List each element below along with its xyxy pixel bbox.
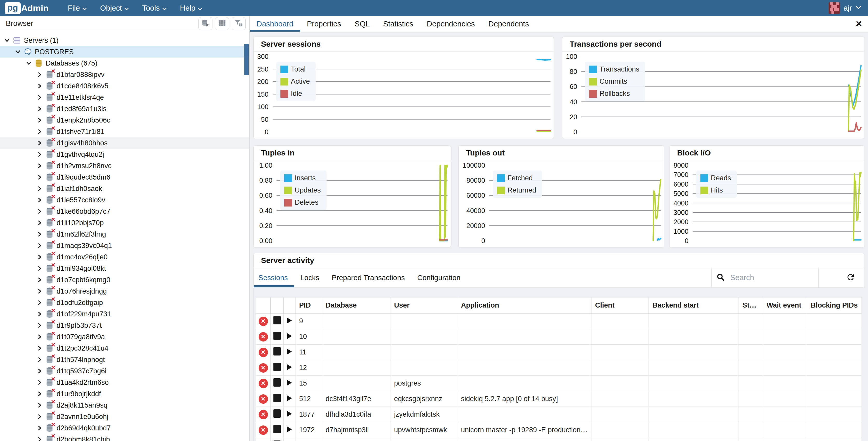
chevron-right-icon[interactable] [35, 391, 44, 397]
tree-item-d1ur9bojrjkddf[interactable]: ✕d1ur9bojrjkddf [0, 388, 249, 400]
chevron-right-icon[interactable] [35, 402, 44, 408]
tree-item-d1iaf1dh0saok[interactable]: ✕d1iaf1dh0saok [0, 183, 249, 194]
chevron-right-icon[interactable] [35, 185, 44, 192]
chevron-right-icon[interactable] [35, 425, 44, 431]
close-icon[interactable]: ✕ [855, 16, 862, 32]
tree-item-d1o76hresjdngg[interactable]: ✕d1o76hresjdngg [0, 285, 249, 297]
column-header-wait-event[interactable]: Wait event [763, 298, 807, 313]
chevron-right-icon[interactable] [35, 163, 44, 169]
tree-item-d2bobm8k81chib[interactable]: ✕d2bobm8k81chib [0, 434, 249, 441]
tree-item-postgres[interactable]: POSTGRES [0, 46, 249, 58]
cancel-query-icon[interactable] [273, 409, 281, 418]
cancel-query-icon[interactable] [273, 425, 281, 433]
tab-properties[interactable]: Properties [300, 16, 348, 32]
tree-item-d1t2pc328c41u4[interactable]: ✕d1t2pc328c41u4 [0, 343, 249, 354]
table-row[interactable]: ✕12 [256, 360, 862, 376]
tree-item-d1of229m4pu731[interactable]: ✕d1of229m4pu731 [0, 308, 249, 320]
tree-item-d1ed8f69a1u3ls[interactable]: ✕d1ed8f69a1u3ls [0, 103, 249, 114]
search-input[interactable] [730, 273, 803, 282]
chevron-right-icon[interactable] [35, 140, 44, 146]
tree-item-d1h2vmsu2h8nvc[interactable]: ✕d1h2vmsu2h8nvc [0, 160, 249, 172]
activity-tab-sessions[interactable]: Sessions [254, 268, 294, 287]
cancel-query-icon[interactable] [273, 363, 281, 371]
expand-row-icon[interactable] [287, 427, 292, 432]
chevron-right-icon[interactable] [35, 368, 44, 374]
query-tool-button[interactable] [198, 17, 213, 30]
avatar[interactable] [829, 2, 840, 14]
chevron-right-icon[interactable] [35, 129, 44, 135]
column-header-state[interactable]: State [739, 298, 763, 313]
column-header-client[interactable]: Client [591, 298, 649, 313]
tree-item-d1ua4kd2rtm6so[interactable]: ✕d1ua4kd2rtm6so [0, 377, 249, 388]
chevron-down-icon[interactable] [13, 49, 22, 55]
tree-item-d2b69d4qk0ubd7[interactable]: ✕d2b69d4qk0ubd7 [0, 422, 249, 434]
tree-item-d1tq5937c7bg6i[interactable]: ✕d1tq5937c7bg6i [0, 365, 249, 377]
terminate-session-icon[interactable]: ✕ [259, 379, 268, 388]
cancel-query-icon[interactable] [273, 378, 281, 386]
tree-item-d1r9pf53b737t[interactable]: ✕d1r9pf53b737t [0, 320, 249, 331]
tree-item-d1o7cpbt6kqmg0[interactable]: ✕d1o7cpbt6kqmg0 [0, 274, 249, 285]
chevron-right-icon[interactable] [35, 413, 44, 420]
cancel-query-icon[interactable] [273, 394, 281, 402]
tree-item-d1ml934goi08kt[interactable]: ✕d1ml934goi08kt [0, 263, 249, 274]
table-row[interactable]: ✕15postgres [256, 376, 862, 391]
column-header-database[interactable]: Database [322, 298, 391, 313]
terminate-session-icon[interactable]: ✕ [259, 410, 268, 419]
terminate-session-icon[interactable]: ✕ [259, 426, 268, 435]
chevron-right-icon[interactable] [35, 379, 44, 385]
chevron-right-icon[interactable] [35, 71, 44, 78]
tree-item-d1t079ga8tfv9a[interactable]: ✕d1t079ga8tfv9a [0, 331, 249, 343]
column-header-backend-start[interactable]: Backend start [649, 298, 739, 313]
chevron-right-icon[interactable] [35, 254, 44, 260]
tree-item-d1fshve71r1i81[interactable]: ✕d1fshve71r1i81 [0, 126, 249, 137]
table-row[interactable]: ✕9 [256, 313, 862, 329]
menu-object[interactable]: Object [93, 0, 135, 16]
menu-help[interactable]: Help [173, 0, 209, 16]
expand-row-icon[interactable] [287, 364, 292, 370]
cancel-query-icon[interactable] [273, 347, 281, 355]
refresh-button[interactable] [818, 268, 864, 287]
column-header-user[interactable]: User [391, 298, 457, 313]
chevron-right-icon[interactable] [35, 265, 44, 272]
tree-item-d1e11etklsr4qe[interactable]: ✕d1e11etklsr4qe [0, 92, 249, 103]
chevron-right-icon[interactable] [35, 311, 44, 317]
table-row[interactable]: ✕ [256, 438, 862, 441]
expand-row-icon[interactable] [287, 318, 292, 324]
tree-item-d1bfar0888ipvv[interactable]: ✕d1bfar0888ipvv [0, 69, 249, 80]
chevron-right-icon[interactable] [35, 151, 44, 158]
tree-item-d2aj8k115an9sq[interactable]: ✕d2aj8k115an9sq [0, 400, 249, 411]
chevron-right-icon[interactable] [35, 106, 44, 112]
cancel-query-icon[interactable] [273, 332, 281, 340]
chevron-right-icon[interactable] [35, 277, 44, 283]
table-row[interactable]: ✕1877dfhdla3d1c0ifajzyekdmfalctsk [256, 407, 862, 422]
chevron-right-icon[interactable] [35, 334, 44, 340]
chevron-right-icon[interactable] [35, 208, 44, 214]
chevron-right-icon[interactable] [35, 197, 44, 203]
expand-row-icon[interactable] [287, 333, 292, 339]
chevron-right-icon[interactable] [35, 300, 44, 306]
terminate-session-icon[interactable]: ✕ [259, 394, 268, 404]
filtered-rows-button[interactable] [231, 17, 246, 30]
chevron-right-icon[interactable] [35, 220, 44, 226]
chevron-down-icon[interactable] [3, 37, 11, 43]
terminate-session-icon[interactable]: ✕ [259, 348, 268, 357]
tree-item-d1li102bbjs70p[interactable]: ✕d1li102bbjs70p [0, 217, 249, 229]
tab-dependents[interactable]: Dependents [482, 16, 536, 32]
tab-statistics[interactable]: Statistics [376, 16, 420, 32]
chevron-right-icon[interactable] [35, 117, 44, 123]
column-header-blocking-pids[interactable]: Blocking PIDs [807, 298, 862, 313]
chevron-right-icon[interactable] [35, 83, 44, 89]
tree-item-d1ie557cc8lo9v[interactable]: ✕d1ie557cc8lo9v [0, 194, 249, 206]
tree-item-d1cde8408rk6v5[interactable]: ✕d1cde8408rk6v5 [0, 80, 249, 92]
expand-row-icon[interactable] [287, 396, 292, 401]
tree-item-d1mc4ov26qlje0[interactable]: ✕d1mc4ov26qlje0 [0, 251, 249, 263]
tree-item-d1odfu2dtfgaip[interactable]: ✕d1odfu2dtfgaip [0, 297, 249, 308]
tree-item-d1enpk2n8b506c[interactable]: ✕d1enpk2n8b506c [0, 114, 249, 126]
menu-file[interactable]: File [61, 0, 93, 16]
tab-dashboard[interactable]: Dashboard [250, 16, 300, 32]
chevron-right-icon[interactable] [35, 242, 44, 249]
tree-item-databases-675-[interactable]: Databases (675) [0, 58, 249, 69]
cancel-query-icon[interactable] [273, 316, 281, 325]
chevron-right-icon[interactable] [35, 322, 44, 329]
expand-row-icon[interactable] [287, 380, 292, 385]
